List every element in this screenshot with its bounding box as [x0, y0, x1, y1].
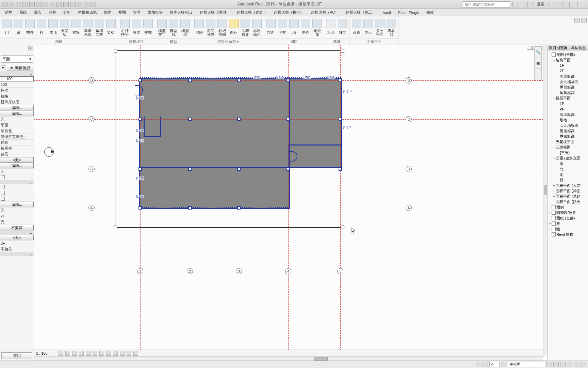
property-edit-button[interactable]: <无>	[0, 235, 34, 240]
ribbon-tab[interactable]: 管理	[130, 9, 144, 16]
ribbon-button[interactable]: 竖梃	[105, 19, 116, 36]
selection-count[interactable]	[489, 362, 500, 367]
grid-line[interactable]	[34, 208, 543, 208]
crop-visible-icon[interactable]	[93, 351, 97, 356]
wall-tag[interactable]: [15]2	[276, 76, 284, 79]
wall-tag[interactable]: [15]9	[135, 195, 144, 198]
ribbon-tab[interactable]: 建模大师（通用）	[196, 9, 233, 16]
tree-node[interactable]: +族	[548, 221, 587, 226]
tree-node[interactable]: {三维}	[548, 150, 587, 155]
ribbon-button[interactable]: 幕墙网格	[94, 19, 105, 36]
analytic-icon[interactable]	[120, 351, 125, 356]
project-browser-tree[interactable]: -视图 (全部)-结构平面 1F 2F 地面标高 女儿墙标高 屋面标高 屋顶标高…	[548, 51, 588, 361]
tree-node[interactable]: 图例	[548, 204, 587, 210]
wall-tag[interactable]: [15]6	[135, 129, 144, 132]
sb-icon-2[interactable]	[553, 362, 559, 367]
property-row[interactable]: 无	[0, 169, 34, 174]
column-symbol[interactable]	[237, 118, 241, 121]
expand-icon[interactable]: +	[552, 183, 556, 188]
ribbon-tab[interactable]: 协作	[100, 9, 115, 16]
switch-icon[interactable]	[91, 2, 96, 7]
shadows-icon[interactable]	[79, 351, 84, 356]
grid-bubble[interactable]: C	[406, 116, 412, 122]
text-icon[interactable]	[63, 2, 69, 7]
tree-node[interactable]: 南	[548, 172, 587, 177]
infocenter-icon[interactable]	[512, 2, 518, 7]
sb-icon-5[interactable]	[574, 362, 579, 367]
property-row[interactable]	[0, 174, 34, 180]
property-edit-button[interactable]: 编辑...	[0, 111, 34, 116]
ribbon-button[interactable]: 模型组	[180, 19, 191, 36]
print-icon[interactable]	[43, 2, 48, 7]
ribbon-button[interactable]: 模型文字	[157, 19, 167, 36]
tree-node[interactable]: 屋顶标高	[548, 90, 587, 95]
property-row[interactable]: 项目北	[0, 128, 34, 134]
reveal-icon[interactable]	[113, 351, 118, 356]
property-row[interactable]: 不相关	[0, 246, 34, 252]
select-icon[interactable]	[476, 362, 481, 367]
tree-node[interactable]: 屋面标高	[548, 85, 587, 90]
section-collapse-icon[interactable]: ⌄	[0, 252, 34, 256]
ribbon-button[interactable]: 幕墙系统	[82, 19, 93, 36]
wall-tag[interactable]: [15]11	[342, 125, 352, 129]
ribbon-tab[interactable]: 系统	[16, 9, 31, 16]
tree-node[interactable]: +天花板平面	[548, 139, 587, 144]
property-row[interactable]: 2F	[0, 213, 34, 219]
align-icon[interactable]	[56, 2, 62, 7]
ribbon-tab[interactable]: 视图	[115, 9, 130, 16]
ribbon-tab[interactable]: 结构	[1, 9, 16, 16]
property-edit-button[interactable]: 编辑...	[0, 163, 34, 168]
drawing-canvas[interactable]: 🔍 ▦ ↕	[34, 45, 543, 356]
ribbon-tab[interactable]: 建模大师（机电）	[271, 9, 308, 16]
ribbon-button[interactable]: 显示	[363, 19, 374, 36]
nav-pan-icon[interactable]: ↕	[535, 69, 541, 80]
collapse-ribbon-icon[interactable]	[574, 18, 580, 22]
expand-icon[interactable]: +	[552, 189, 556, 193]
wall-tag[interactable]: [15]10	[342, 89, 352, 93]
expand-icon[interactable]: +	[552, 140, 556, 144]
ribbon-tab[interactable]: 分析	[60, 9, 75, 16]
tree-node[interactable]: -楼层平面	[548, 95, 587, 101]
ribbon-button[interactable]: 查看器	[386, 19, 397, 36]
tree-node[interactable]: +面积平面 (净面	[548, 188, 587, 194]
tree-node[interactable]: 图纸 (全部)	[548, 215, 587, 221]
grid-bubble[interactable]: 3	[236, 268, 242, 274]
lock-icon[interactable]	[99, 351, 104, 356]
filter-icon[interactable]	[501, 362, 506, 367]
column-symbol[interactable]	[339, 79, 342, 82]
checkbox[interactable]	[1, 197, 5, 201]
wall-outline[interactable]	[144, 117, 161, 137]
vertical-scrollbar[interactable]	[543, 45, 547, 356]
ribbon-tab[interactable]: Fuzor Plugin	[395, 9, 423, 16]
crop-handle[interactable]	[341, 226, 344, 229]
ribbon-button[interactable]: 垂直	[300, 19, 311, 36]
wall-tag[interactable]: [15]5	[135, 96, 144, 99]
ribbon-button[interactable]: 栏杆扶手	[119, 19, 130, 36]
checkbox[interactable]	[1, 185, 5, 189]
sb-icon-4[interactable]	[567, 362, 572, 367]
column-symbol[interactable]	[138, 118, 142, 121]
collapse-icon[interactable]: -	[552, 96, 556, 101]
grid-bubble[interactable]: A	[88, 205, 95, 211]
nav-icon[interactable]	[77, 2, 82, 7]
tree-node[interactable]: Revit 链接	[548, 232, 587, 237]
ribbon-button[interactable]: 屋顶	[48, 19, 59, 36]
ribbon-button[interactable]: 楼梯	[143, 19, 153, 36]
crop-handle[interactable]	[341, 49, 344, 52]
grid-bubble[interactable]: 2	[187, 268, 193, 274]
scroll-thumb[interactable]	[314, 357, 328, 361]
property-row[interactable]: 按规程	[0, 145, 34, 151]
column-symbol[interactable]	[287, 167, 290, 171]
open-icon[interactable]	[29, 2, 35, 7]
expand-icon[interactable]: +	[548, 211, 552, 215]
ribbon-button[interactable]: 模型线	[168, 19, 179, 36]
crop-handle[interactable]	[114, 49, 117, 52]
exchange-icon[interactable]	[549, 2, 554, 7]
column-symbol[interactable]	[188, 118, 192, 121]
constraint-icon[interactable]	[127, 351, 131, 356]
wall-outline[interactable]	[139, 78, 290, 209]
more-icon[interactable]	[133, 351, 138, 356]
column-symbol[interactable]	[287, 79, 290, 82]
column-symbol[interactable]	[138, 167, 142, 171]
section-collapse-icon[interactable]: ⌄	[0, 72, 34, 76]
